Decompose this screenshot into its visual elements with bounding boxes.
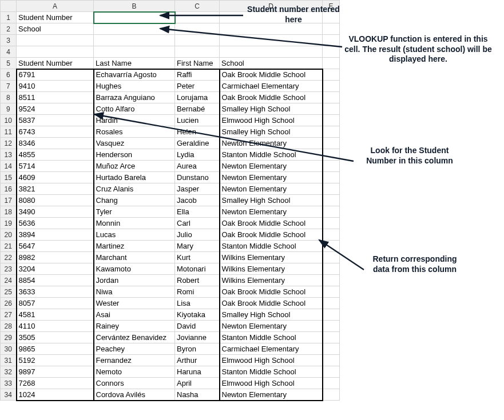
cell-last-name[interactable]: Echavarría Agosto bbox=[94, 69, 175, 81]
col-header-A[interactable]: A bbox=[17, 1, 94, 12]
cell[interactable] bbox=[323, 161, 340, 172]
cell-student-number[interactable]: 5192 bbox=[17, 355, 94, 366]
cell-last-name[interactable]: Wester bbox=[94, 298, 175, 309]
cell-school[interactable]: Oak Brook Middle School bbox=[220, 229, 323, 241]
row-header[interactable]: 30 bbox=[1, 343, 17, 355]
cell[interactable] bbox=[323, 35, 340, 46]
row-header[interactable]: 29 bbox=[1, 332, 17, 343]
cell-student-number[interactable]: 5647 bbox=[17, 241, 94, 252]
cell-last-name[interactable]: Barraza Anguiano bbox=[94, 92, 175, 103]
cell-student-number[interactable]: 3894 bbox=[17, 229, 94, 241]
cell[interactable] bbox=[323, 183, 340, 195]
select-all-corner[interactable] bbox=[1, 1, 17, 12]
cell[interactable] bbox=[323, 149, 340, 161]
cell[interactable] bbox=[175, 12, 220, 23]
cell-school[interactable]: Smalley High School bbox=[220, 103, 323, 115]
cell-first-name[interactable]: Ella bbox=[175, 206, 220, 218]
cell-school[interactable]: Oak Brook Middle School bbox=[220, 218, 323, 229]
cell-first-name[interactable]: Jacob bbox=[175, 195, 220, 206]
cell[interactable] bbox=[323, 172, 340, 183]
cell-last-name[interactable]: Niwa bbox=[94, 286, 175, 298]
cell-last-name[interactable]: Cordova Avilés bbox=[94, 389, 175, 401]
cell[interactable] bbox=[323, 252, 340, 263]
table-header-school[interactable]: School bbox=[220, 58, 323, 69]
cell-school[interactable]: Newton Elementary bbox=[220, 206, 323, 218]
cell[interactable] bbox=[323, 332, 340, 343]
row-header[interactable]: 33 bbox=[1, 378, 17, 389]
cell-last-name[interactable]: Nemoto bbox=[94, 366, 175, 378]
cell[interactable] bbox=[323, 69, 340, 81]
cell-last-name[interactable]: Hurtado Barela bbox=[94, 172, 175, 183]
cell-school[interactable]: Oak Brook Middle School bbox=[220, 286, 323, 298]
cell-last-name[interactable]: Cruz Alanis bbox=[94, 183, 175, 195]
cell-last-name[interactable]: Lucas bbox=[94, 229, 175, 241]
row-header[interactable]: 23 bbox=[1, 263, 17, 275]
cell-first-name[interactable]: Lucien bbox=[175, 115, 220, 126]
cell-last-name[interactable]: Chang bbox=[94, 195, 175, 206]
cell-student-number[interactable]: 3633 bbox=[17, 286, 94, 298]
cell-first-name[interactable]: Aurea bbox=[175, 161, 220, 172]
cell-first-name[interactable]: Kiyotaka bbox=[175, 309, 220, 321]
row-header[interactable]: 16 bbox=[1, 183, 17, 195]
cell-student-number[interactable]: 8511 bbox=[17, 92, 94, 103]
cell-school[interactable]: Wilkins Elementary bbox=[220, 275, 323, 286]
cell-school[interactable]: Smalley High School bbox=[220, 195, 323, 206]
cell[interactable] bbox=[323, 263, 340, 275]
spreadsheet-grid[interactable]: A B C D E 1Student Number2School345Stude… bbox=[0, 0, 340, 401]
cell-first-name[interactable]: Lorujama bbox=[175, 92, 220, 103]
cell-school[interactable]: Newton Elementary bbox=[220, 183, 323, 195]
cell-last-name[interactable]: Cervántez Benavidez bbox=[94, 332, 175, 343]
cell-student-number[interactable]: 8982 bbox=[17, 252, 94, 263]
row-header[interactable]: 3 bbox=[1, 35, 17, 46]
cell-student-number[interactable]: 6791 bbox=[17, 69, 94, 81]
row-header[interactable]: 18 bbox=[1, 206, 17, 218]
cell-first-name[interactable]: Lydia bbox=[175, 149, 220, 161]
cell[interactable] bbox=[220, 46, 323, 58]
cell-student-number[interactable]: 4581 bbox=[17, 309, 94, 321]
row-header[interactable]: 19 bbox=[1, 218, 17, 229]
cell-first-name[interactable]: Julio bbox=[175, 229, 220, 241]
row-header[interactable]: 34 bbox=[1, 389, 17, 401]
cell-school[interactable]: Smalley High School bbox=[220, 309, 323, 321]
row-header[interactable]: 32 bbox=[1, 366, 17, 378]
table-header-last-name[interactable]: Last Name bbox=[94, 58, 175, 69]
cell-first-name[interactable]: Bernabé bbox=[175, 103, 220, 115]
cell[interactable] bbox=[323, 321, 340, 332]
cell[interactable] bbox=[323, 195, 340, 206]
cell-last-name[interactable]: Tyler bbox=[94, 206, 175, 218]
cell-student-number[interactable]: 9865 bbox=[17, 343, 94, 355]
cell-last-name[interactable]: Martinez bbox=[94, 241, 175, 252]
cell-student-number[interactable]: 9524 bbox=[17, 103, 94, 115]
cell[interactable] bbox=[175, 35, 220, 46]
cell[interactable] bbox=[323, 378, 340, 389]
cell-student-number[interactable]: 3204 bbox=[17, 263, 94, 275]
row-header[interactable]: 5 bbox=[1, 58, 17, 69]
cell-first-name[interactable]: Motonari bbox=[175, 263, 220, 275]
cell-first-name[interactable]: Haruna bbox=[175, 366, 220, 378]
cell-first-name[interactable]: Nasha bbox=[175, 389, 220, 401]
cell[interactable] bbox=[323, 115, 340, 126]
cell-last-name[interactable]: Hardin bbox=[94, 115, 175, 126]
cell[interactable] bbox=[94, 46, 175, 58]
cell-last-name[interactable]: Rainey bbox=[94, 321, 175, 332]
row-header[interactable]: 4 bbox=[1, 46, 17, 58]
cell-student-number[interactable]: 7268 bbox=[17, 378, 94, 389]
cell[interactable] bbox=[323, 206, 340, 218]
cell[interactable] bbox=[175, 46, 220, 58]
row-header[interactable]: 27 bbox=[1, 309, 17, 321]
cell[interactable] bbox=[323, 58, 340, 69]
cell-school[interactable]: Stanton Middle School bbox=[220, 332, 323, 343]
cell-school[interactable]: Oak Brook Middle School bbox=[220, 69, 323, 81]
cell-school[interactable]: Elmwood High School bbox=[220, 355, 323, 366]
cell-first-name[interactable]: April bbox=[175, 378, 220, 389]
cell-last-name[interactable]: Fernandez bbox=[94, 355, 175, 366]
cell-student-number[interactable]: 3821 bbox=[17, 183, 94, 195]
cell-student-number[interactable]: 9410 bbox=[17, 81, 94, 92]
cell-school[interactable]: Carmichael Elementary bbox=[220, 343, 323, 355]
cell-student-number[interactable]: 8057 bbox=[17, 298, 94, 309]
cell[interactable] bbox=[323, 275, 340, 286]
cell[interactable] bbox=[17, 35, 94, 46]
row-header[interactable]: 6 bbox=[1, 69, 17, 81]
cell[interactable] bbox=[323, 138, 340, 149]
cell-school[interactable]: Newton Elementary bbox=[220, 138, 323, 149]
